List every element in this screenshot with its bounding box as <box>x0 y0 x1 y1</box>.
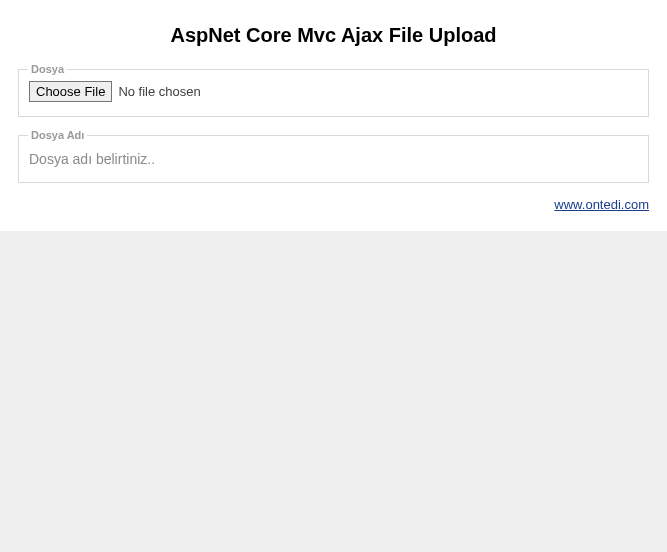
file-name-input[interactable] <box>29 151 638 167</box>
file-upload-section: Dosya Choose File No file chosen <box>18 63 649 117</box>
file-name-section: Dosya Adı <box>18 129 649 183</box>
file-upload-legend: Dosya <box>28 63 67 75</box>
page-title: AspNet Core Mvc Ajax File Upload <box>18 10 649 63</box>
main-panel: AspNet Core Mvc Ajax File Upload Dosya C… <box>0 0 667 231</box>
file-input-row: Choose File No file chosen <box>29 81 638 102</box>
file-name-legend: Dosya Adı <box>28 129 87 141</box>
footer-link[interactable]: www.ontedi.com <box>554 197 649 212</box>
footer: www.ontedi.com <box>18 195 649 213</box>
file-chosen-status: No file chosen <box>118 84 200 99</box>
choose-file-button[interactable]: Choose File <box>29 81 112 102</box>
